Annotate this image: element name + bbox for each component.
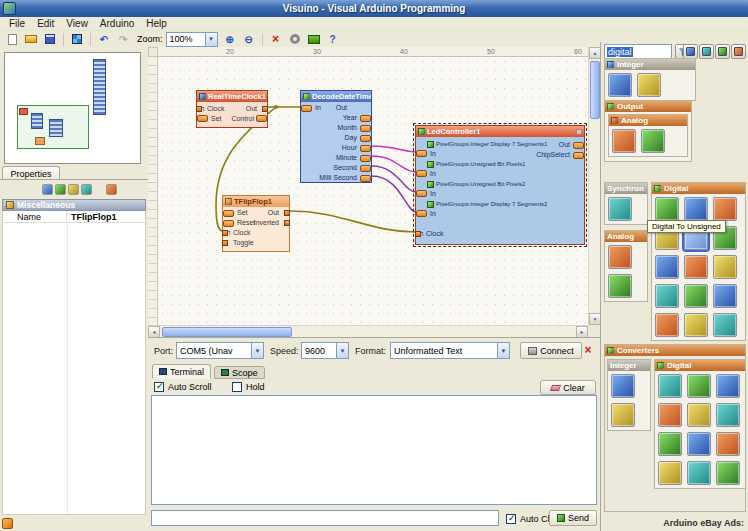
toolbox-category-analog[interactable]: Analog	[604, 230, 648, 302]
pin-in-input[interactable]	[416, 190, 427, 197]
checkbox-icon[interactable]	[154, 382, 164, 392]
checkbox-icon[interactable]	[506, 514, 516, 524]
toolbox-category-integer[interactable]: Integer	[604, 58, 696, 101]
tab-terminal[interactable]: Terminal	[152, 364, 211, 379]
block-header[interactable]: TFlipFlop1	[223, 196, 289, 207]
chevron-down-icon[interactable]: ▼	[336, 343, 348, 358]
checkbox-icon[interactable]	[232, 382, 242, 392]
settings-gear-icon[interactable]	[286, 32, 304, 47]
speed-select[interactable]: 9600 ▼	[301, 342, 349, 359]
component-icon[interactable]	[684, 197, 708, 221]
toolbox-category-converters-digital[interactable]: Digital	[654, 359, 746, 489]
menu-edit[interactable]: Edit	[31, 18, 60, 29]
component-icon[interactable]	[641, 129, 665, 153]
category-header[interactable]: Analog	[605, 231, 647, 242]
pin-out-output[interactable]	[284, 210, 290, 216]
menu-arduino[interactable]: Arduino	[94, 18, 140, 29]
component-icon[interactable]	[608, 245, 632, 269]
component-icon[interactable]	[658, 461, 682, 485]
pin-in-input[interactable]	[416, 150, 427, 157]
menu-help[interactable]: Help	[140, 18, 173, 29]
design-grid-icon[interactable]	[68, 32, 86, 47]
block-ledcontroller1[interactable]: LedController1 Out ChipSelect PixelGroup…	[415, 125, 585, 245]
send-input[interactable]	[151, 510, 499, 526]
component-icon[interactable]	[684, 313, 708, 337]
category-header[interactable]: Integer	[608, 360, 650, 371]
upload-board-icon[interactable]	[305, 32, 323, 47]
block-tflipflop1[interactable]: TFlipFlop1 Set Reset ⊓ Clock Toggle Out …	[222, 195, 290, 252]
pin-clock-input[interactable]	[196, 106, 202, 112]
canvas-vertical-scrollbar[interactable]: ▲ ▼	[588, 47, 600, 325]
port-select[interactable]: COM5 (Unav ▼	[176, 342, 264, 359]
category-header[interactable]: Converters	[605, 345, 745, 356]
pin-set-input[interactable]	[223, 210, 234, 217]
pin-day-output[interactable]	[360, 135, 371, 142]
chevron-down-icon[interactable]: ▼	[497, 343, 509, 358]
pin-toolbox-icon[interactable]	[731, 44, 746, 59]
component-icon[interactable]	[655, 197, 679, 221]
vertical-scroll-thumb[interactable]	[590, 61, 600, 119]
component-icon[interactable]	[608, 73, 632, 97]
block-header[interactable]: RealTimeClock1	[197, 91, 267, 102]
pixelgroup-row[interactable]: PixelGroups.Unsigned Bit Pixels2	[427, 180, 525, 188]
pin-hour-output[interactable]	[360, 145, 371, 152]
pin-toggle-input[interactable]	[222, 240, 228, 246]
category-header[interactable]: Digital	[655, 360, 745, 371]
zoom-select[interactable]: 100% ▼	[166, 32, 218, 47]
search-input[interactable]: digital	[604, 44, 672, 59]
collapse-all-icon[interactable]	[699, 44, 714, 59]
undo-icon[interactable]: ↶	[95, 32, 113, 47]
toolbox-category-analog-output[interactable]: Analog	[608, 114, 688, 157]
new-icon[interactable]	[3, 32, 21, 47]
pin-in-input[interactable]	[301, 105, 312, 112]
component-icon[interactable]	[658, 374, 682, 398]
component-icon[interactable]	[713, 255, 737, 279]
pin-year-output[interactable]	[360, 115, 371, 122]
component-icon[interactable]	[611, 403, 635, 427]
category-header[interactable]: Digital	[652, 183, 745, 194]
toolbox-category-synchron[interactable]: Synchron	[604, 182, 648, 225]
filter-icon[interactable]	[42, 184, 53, 195]
property-category-row[interactable]: Miscellaneous	[2, 199, 146, 211]
component-icon[interactable]	[684, 255, 708, 279]
pin-inverted-output[interactable]	[284, 220, 290, 226]
component-icon[interactable]	[687, 374, 711, 398]
auto-scroll-checkbox[interactable]: Auto Scroll	[154, 382, 212, 392]
sort-az-icon[interactable]	[55, 184, 66, 195]
block-header[interactable]: DecodeDateTime1	[301, 91, 371, 102]
format-select[interactable]: Unformatted Text ▼	[390, 342, 510, 359]
pin-control-output[interactable]	[256, 115, 267, 122]
component-icon[interactable]	[608, 274, 632, 298]
component-icon[interactable]	[687, 461, 711, 485]
view-mode-icon[interactable]	[683, 44, 698, 59]
pin-chipselect-output[interactable]	[573, 152, 584, 159]
component-icon[interactable]	[655, 255, 679, 279]
component-icon[interactable]	[716, 403, 740, 427]
design-minimap[interactable]	[4, 52, 141, 164]
terminal-output[interactable]	[151, 395, 597, 505]
category-header[interactable]: Synchron	[605, 183, 647, 194]
redo-icon[interactable]: ↷	[114, 32, 132, 47]
delete-icon[interactable]: ×	[267, 32, 285, 47]
category-header[interactable]: Output	[605, 101, 691, 112]
close-panel-icon[interactable]: ×	[581, 343, 595, 357]
component-icon[interactable]	[713, 197, 737, 221]
open-icon[interactable]	[22, 32, 40, 47]
component-icon[interactable]	[658, 432, 682, 456]
block-pin-icon[interactable]	[576, 129, 582, 135]
component-icon[interactable]	[716, 461, 740, 485]
component-icon[interactable]	[713, 284, 737, 308]
pin-month-output[interactable]	[360, 125, 371, 132]
block-decodedatetime1[interactable]: DecodeDateTime1 In Out Year Month Day Ho…	[300, 90, 372, 183]
toolbox-category-converters-integer[interactable]: Integer	[607, 359, 651, 431]
category-view-icon[interactable]	[68, 184, 79, 195]
component-icon[interactable]	[658, 403, 682, 427]
expand-all-icon[interactable]	[715, 44, 730, 59]
save-icon[interactable]	[41, 32, 59, 47]
pin-out-output[interactable]	[262, 106, 268, 112]
tab-properties[interactable]: Properties	[2, 166, 60, 180]
component-icon[interactable]	[684, 284, 708, 308]
block-realtimeclock1[interactable]: RealTimeClock1 ⊓ Clock Set Out Control	[196, 90, 268, 128]
component-icon[interactable]	[608, 197, 632, 221]
block-header[interactable]: LedController1	[416, 126, 584, 137]
